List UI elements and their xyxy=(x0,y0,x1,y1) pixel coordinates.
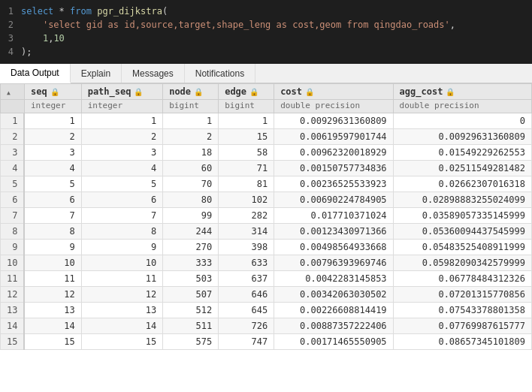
cell-path_seq: 5 xyxy=(81,176,163,192)
row-number-subtype-header xyxy=(1,100,25,113)
table-row: 33318580.009623200189290.01549229262553 xyxy=(1,145,532,161)
row-number: 6 xyxy=(1,192,25,208)
cell-path_seq: 3 xyxy=(81,145,163,161)
table-row: 2222150.006195979017440.00929631360809 xyxy=(1,129,532,145)
cell-edge: 646 xyxy=(219,287,274,303)
col-path-seq-type: integer xyxy=(81,100,163,113)
col-edge-lock-icon: 🔒 xyxy=(249,88,258,96)
cell-cost: 0.00796393969746 xyxy=(274,255,393,271)
row-number: 3 xyxy=(1,145,25,161)
cell-cost: 0.00690224784905 xyxy=(274,192,393,208)
cell-cost: 0.017710371024 xyxy=(274,208,393,224)
table-row: 44460710.001507577348360.02511549281482 xyxy=(1,161,532,176)
line-number-4: 4 xyxy=(0,45,21,59)
cell-cost: 0.00236525533923 xyxy=(274,176,393,192)
code-content-1: select * from pgr_dijkstra( xyxy=(21,5,168,18)
cell-node: 70 xyxy=(163,176,219,192)
cell-node: 99 xyxy=(163,208,219,224)
tab-explain[interactable]: Explain xyxy=(71,64,122,83)
tab-data-output[interactable]: Data Output xyxy=(0,64,71,83)
cell-edge: 314 xyxy=(219,224,274,240)
cell-cost: 0.00962320018929 xyxy=(274,145,393,161)
cell-seq: 6 xyxy=(24,192,81,208)
code-line-4: 4 ); xyxy=(0,45,532,59)
cell-cost: 0.00171465550905 xyxy=(274,334,393,350)
sort-arrow-icon: ▲ xyxy=(7,89,11,96)
cell-cost: 0.00150757734836 xyxy=(274,161,393,176)
cell-path_seq: 14 xyxy=(81,318,163,334)
table-row: 9992703980.004985649336680.0548352540891… xyxy=(1,240,532,255)
cell-cost: 0.00887357222406 xyxy=(274,318,393,334)
cell-node: 80 xyxy=(163,192,219,208)
col-header-edge: edge 🔒 xyxy=(219,84,274,100)
cell-path_seq: 13 xyxy=(81,303,163,318)
tab-bar: Data Output Explain Messages Notificatio… xyxy=(0,64,532,83)
row-number: 13 xyxy=(1,303,25,318)
cell-edge: 71 xyxy=(219,161,274,176)
col-seq-type: integer xyxy=(24,100,81,113)
cell-cost: 0.00929631360809 xyxy=(274,113,393,129)
cell-edge: 633 xyxy=(219,255,274,271)
table-row: 8882443140.001234309713660.0536009443754… xyxy=(1,224,532,240)
code-content-2: 'select gid as id,source,target,shape_le… xyxy=(21,18,455,32)
row-number: 2 xyxy=(1,129,25,145)
cell-seq: 11 xyxy=(24,271,81,287)
line-number-1: 1 xyxy=(0,5,21,18)
col-seq-lock-icon: 🔒 xyxy=(50,88,59,96)
code-editor: 1 select * from pgr_dijkstra( 2 'select … xyxy=(0,0,532,64)
cell-path_seq: 15 xyxy=(81,334,163,350)
code-line-1: 1 select * from pgr_dijkstra( xyxy=(0,5,532,18)
cell-node: 333 xyxy=(163,255,219,271)
col-edge-label: edge xyxy=(225,86,246,97)
col-seq-label: seq xyxy=(31,86,47,97)
cell-node: 2 xyxy=(163,129,219,145)
cell-edge: 81 xyxy=(219,176,274,192)
cell-agg_cost: 0.02662307016318 xyxy=(393,176,531,192)
cell-edge: 282 xyxy=(219,208,274,224)
tab-messages[interactable]: Messages xyxy=(122,64,185,83)
cell-agg_cost: 0.01549229262553 xyxy=(393,145,531,161)
row-number-col-header: ▲ xyxy=(1,84,25,100)
col-header-path-seq: path_seq 🔒 xyxy=(81,84,163,100)
cell-path_seq: 7 xyxy=(81,208,163,224)
tab-notifications[interactable]: Notifications xyxy=(185,64,255,83)
cell-node: 575 xyxy=(163,334,219,350)
cell-agg_cost: 0.03589057335145999 xyxy=(393,208,531,224)
line-number-3: 3 xyxy=(0,32,21,45)
row-number: 12 xyxy=(1,287,25,303)
row-number: 15 xyxy=(1,334,25,350)
table-row: 666801020.006902247849050.02898883255024… xyxy=(1,192,532,208)
cell-node: 1 xyxy=(163,113,219,129)
cell-edge: 747 xyxy=(219,334,274,350)
table-row: 55570810.002365255339230.02662307016318 xyxy=(1,176,532,192)
cell-node: 244 xyxy=(163,224,219,240)
row-number: 10 xyxy=(1,255,25,271)
cell-seq: 10 xyxy=(24,255,81,271)
cell-agg_cost: 0.06778484312326 xyxy=(393,271,531,287)
col-cost-type: double precision xyxy=(274,100,393,113)
col-header-agg-cost: agg_cost 🔒 xyxy=(393,84,531,100)
cell-edge: 1 xyxy=(219,113,274,129)
cell-path_seq: 8 xyxy=(81,224,163,240)
table-row: 1010103336330.007963939697460.0598209034… xyxy=(1,255,532,271)
cell-seq: 9 xyxy=(24,240,81,255)
cell-path_seq: 2 xyxy=(81,129,163,145)
cell-cost: 0.00342063030502 xyxy=(274,287,393,303)
table-row: 777992820.0177103710240.0358905733514599… xyxy=(1,208,532,224)
cell-edge: 398 xyxy=(219,240,274,255)
table-row: 111110.009296313608090 xyxy=(1,113,532,129)
code-content-3: 1,10 xyxy=(21,32,65,45)
col-node-label: node xyxy=(169,86,191,97)
cell-edge: 15 xyxy=(219,129,274,145)
cell-node: 511 xyxy=(163,318,219,334)
row-number: 11 xyxy=(1,271,25,287)
cell-agg_cost: 0.05982090342579999 xyxy=(393,255,531,271)
cell-agg_cost: 0.07543378801358 xyxy=(393,303,531,318)
cell-node: 270 xyxy=(163,240,219,255)
col-agg-cost-type: double precision xyxy=(393,100,531,113)
col-node-type: bigint xyxy=(163,100,219,113)
cell-node: 512 xyxy=(163,303,219,318)
cell-agg_cost: 0.05360094437545999 xyxy=(393,224,531,240)
cell-edge: 645 xyxy=(219,303,274,318)
table-row: 1313135126450.002266088144190.0754337880… xyxy=(1,303,532,318)
